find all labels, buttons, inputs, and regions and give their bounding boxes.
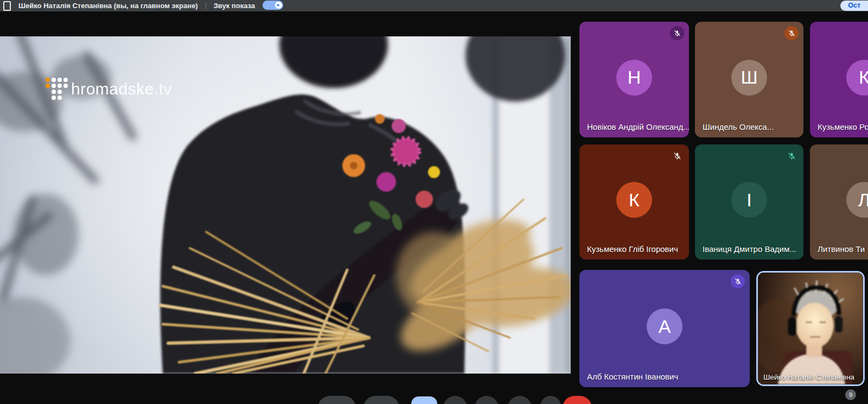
participant-tile[interactable]: Н Новіков Андрій Олександ... xyxy=(579,22,689,137)
participant-name: Шейко Наталія Степанівна xyxy=(763,373,854,381)
participant-tile[interactable]: Ш Шиндель Олекса... xyxy=(695,22,803,137)
participant-name: Кузьменко Гліб Ігорович xyxy=(587,244,678,254)
raise-hand-button[interactable] xyxy=(508,396,532,404)
present-button[interactable] xyxy=(475,396,499,404)
speaker-icon xyxy=(275,2,282,9)
camera-button[interactable] xyxy=(363,396,399,404)
participant-name: Литвинов Ти xyxy=(818,244,865,254)
participant-tile[interactable]: К Кузьменко Гліб Ігорович xyxy=(579,144,689,260)
more-options-button[interactable] xyxy=(540,396,561,404)
avatar: А xyxy=(647,308,682,344)
main-screen-label: Шейко Наталія Степанівна (вы, на главном… xyxy=(18,2,198,10)
presentation-sound-toggle[interactable] xyxy=(263,1,283,10)
hromadske-logo-dots xyxy=(46,78,68,100)
participant-tile[interactable]: І Іваниця Дмитро Вадим... xyxy=(695,144,803,260)
participant-tile[interactable]: А Алб Костянтин Іванович xyxy=(579,270,750,387)
participant-name: Алб Костянтин Іванович xyxy=(587,372,678,381)
participants-count-badge: 9 xyxy=(845,389,856,400)
frame-icon xyxy=(3,1,11,11)
participant-name: Іваниця Дмитро Вадим... xyxy=(703,244,796,254)
participant-name: Новіков Андрій Олександ... xyxy=(587,122,689,131)
avatar: Ш xyxy=(731,60,767,96)
stop-presenting-button[interactable]: Ост xyxy=(840,1,868,11)
hromadske-watermark: hromadske.tv xyxy=(46,78,172,100)
presented-screen[interactable]: hromadske.tv xyxy=(0,36,571,374)
participant-name: Кузьменко Ром xyxy=(818,122,868,131)
end-call-button[interactable] xyxy=(563,396,592,404)
mic-muted-icon xyxy=(670,149,684,163)
participant-tile[interactable]: Л Литвинов Ти xyxy=(810,144,868,260)
avatar: Н xyxy=(616,60,652,96)
avatar: І xyxy=(731,182,767,218)
divider xyxy=(206,2,206,9)
meet-window: Шейко Наталія Степанівна (вы, на главном… xyxy=(0,0,868,404)
presentation-top-bar: Шейко Наталія Степанівна (вы, на главном… xyxy=(0,0,868,11)
captions-button-active[interactable] xyxy=(411,396,437,404)
mic-muted-icon xyxy=(784,149,799,163)
mic-muted-icon xyxy=(670,26,684,40)
self-video-tile[interactable]: Шейко Наталія Степанівна xyxy=(756,271,865,386)
reactions-button[interactable] xyxy=(443,396,467,404)
mic-muted-icon xyxy=(731,274,745,288)
avatar: К xyxy=(846,60,868,96)
self-webcam-video xyxy=(758,273,863,384)
avatar: К xyxy=(616,182,652,218)
microphone-button[interactable] xyxy=(318,396,356,404)
watermark-text: hromadske.tv xyxy=(71,80,172,98)
presentation-sound-label: Звук показа xyxy=(214,2,255,10)
participant-name: Шиндель Олекса... xyxy=(703,122,774,131)
mic-muted-icon xyxy=(784,26,799,40)
avatar: Л xyxy=(846,182,868,218)
participant-tile[interactable]: К Кузьменко Ром xyxy=(810,22,868,137)
